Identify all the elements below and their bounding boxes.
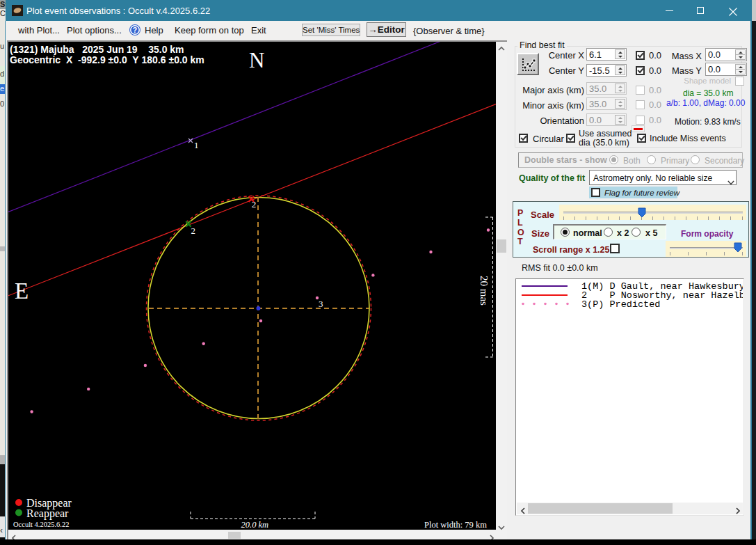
svg-text:2: 2	[252, 199, 257, 210]
svg-text:(1321) Majuba 2025 Jun 19: (1321) Majuba 2025 Jun 19 35.0 km	[10, 44, 184, 55]
svg-text:2: 2	[191, 226, 196, 236]
svg-text:Plot width: 79 km: Plot width: 79 km	[424, 520, 487, 530]
svg-text:Reappear: Reappear	[26, 507, 69, 520]
svg-text:1: 1	[194, 140, 199, 150]
svg-text:Geocentric X -992.9 ±0.0 Y: Geocentric X -992.9 ±0.0 Y 180.6 ±0.0 km	[10, 54, 204, 65]
svg-text:N: N	[249, 48, 264, 72]
svg-text:20 mas: 20 mas	[478, 276, 490, 306]
svg-text:Occult 4.2025.6.22: Occult 4.2025.6.22	[13, 521, 70, 528]
svg-text:3: 3	[319, 299, 323, 309]
svg-text:20.0 km: 20.0 km	[241, 520, 269, 530]
svg-text:E: E	[15, 278, 29, 303]
